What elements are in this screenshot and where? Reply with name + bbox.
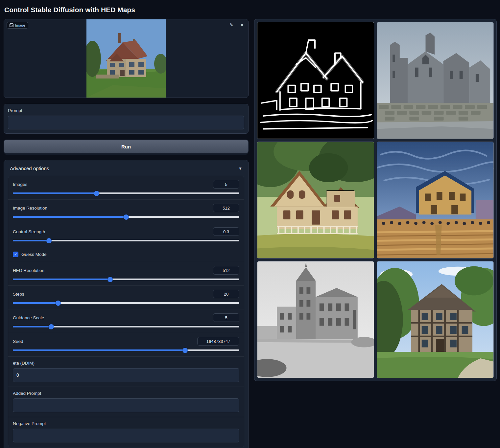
image-resolution-value[interactable]: 512 [213, 204, 239, 212]
eta-label: eta (DDIM) [13, 361, 239, 366]
gallery-item-grayscale-building[interactable] [257, 261, 374, 378]
guess-mode-checkbox[interactable]: ✓ [13, 252, 18, 257]
guidance-scale-slider-handle[interactable] [49, 324, 54, 329]
advanced-options-body: Images 5 Image Resolution 512 [8, 176, 244, 447]
advanced-options-header[interactable]: Advanced options ▼ [8, 164, 244, 176]
page-title: Control Stable Diffusion with HED Maps [4, 3, 496, 19]
steps-slider-row: Steps 20 [8, 286, 244, 309]
guidance-scale-label: Guidance Scale [13, 315, 44, 320]
images-slider[interactable] [13, 192, 239, 194]
guess-mode-label: Guess Mode [21, 252, 47, 257]
control-strength-value[interactable]: 0.3 [213, 227, 239, 236]
uploaded-house-photo [86, 19, 166, 98]
seed-slider-handle[interactable] [182, 348, 188, 353]
prompt-label: Prompt [8, 108, 244, 113]
control-strength-slider[interactable] [13, 240, 239, 241]
steps-label: Steps [13, 292, 24, 297]
image-resolution-slider-row: Image Resolution 512 [8, 200, 244, 223]
images-value[interactable]: 5 [213, 180, 239, 189]
edit-image-icon[interactable]: ✎ [228, 21, 235, 29]
images-slider-handle[interactable] [94, 191, 99, 196]
steps-value[interactable]: 20 [213, 290, 239, 298]
prompt-input[interactable] [8, 116, 244, 129]
added-prompt-row: Added Prompt [8, 387, 244, 417]
run-button[interactable]: Run [4, 140, 249, 153]
gallery-item-hed-map[interactable] [257, 22, 374, 139]
images-slider-row: Images 5 [8, 176, 244, 200]
seed-slider[interactable] [13, 349, 239, 351]
hed-resolution-slider-handle[interactable] [107, 277, 113, 282]
image-label-tag: Image [7, 22, 28, 29]
hed-resolution-label: HED Resolution [13, 268, 44, 273]
control-strength-label: Control Strength [13, 229, 45, 234]
image-resolution-slider-handle[interactable] [124, 214, 129, 220]
steps-slider-handle[interactable] [56, 301, 61, 306]
negative-prompt-input[interactable] [13, 429, 239, 442]
gallery-item-stylized-painting[interactable] [377, 142, 494, 258]
image-label: Image [15, 23, 25, 27]
control-strength-slider-row: Control Strength 0.3 [8, 223, 244, 247]
collapse-arrow-icon[interactable]: ▼ [238, 166, 242, 171]
seed-slider-row: Seed 1648733747 [8, 333, 244, 357]
guess-mode-row: ✓ Guess Mode [8, 247, 244, 262]
added-prompt-label: Added Prompt [13, 391, 239, 396]
output-gallery [254, 19, 497, 381]
negative-prompt-row: Negative Prompt [8, 417, 244, 447]
advanced-options-title: Advanced options [10, 166, 49, 171]
images-label: Images [13, 182, 27, 187]
gallery-item-painted-cottage[interactable] [257, 142, 374, 258]
steps-slider[interactable] [13, 302, 239, 304]
guidance-scale-value[interactable]: 5 [213, 313, 239, 322]
control-strength-slider-handle[interactable] [46, 238, 52, 243]
guidance-scale-slider[interactable] [13, 326, 239, 327]
input-image-block[interactable]: Image ✎ ✕ [4, 19, 249, 98]
guidance-scale-slider-row: Guidance Scale 5 [8, 309, 244, 333]
hed-resolution-value[interactable]: 512 [213, 266, 239, 275]
eta-input[interactable] [13, 368, 239, 382]
negative-prompt-label: Negative Prompt [13, 421, 239, 426]
advanced-options-panel: Advanced options ▼ Images 5 [4, 160, 249, 448]
controls-column: Image ✎ ✕ [4, 19, 249, 448]
added-prompt-input[interactable] [13, 398, 239, 412]
eta-row: eta (DDIM) [8, 357, 244, 387]
image-icon [10, 23, 13, 27]
hed-resolution-slider-row: HED Resolution 512 [8, 262, 244, 286]
prompt-block: Prompt [4, 104, 249, 134]
hed-resolution-slider[interactable] [13, 279, 239, 280]
gallery-item-timber-house[interactable] [377, 261, 494, 378]
main-layout: Image ✎ ✕ [4, 19, 496, 448]
clear-image-icon[interactable]: ✕ [238, 21, 246, 29]
image-resolution-label: Image Resolution [13, 206, 47, 211]
check-icon: ✓ [14, 252, 17, 257]
image-toolbar: ✎ ✕ [228, 21, 246, 29]
gallery-item-castle[interactable] [377, 22, 494, 139]
seed-label: Seed [13, 339, 23, 344]
seed-value[interactable]: 1648733747 [197, 337, 239, 346]
image-resolution-slider[interactable] [13, 216, 239, 218]
